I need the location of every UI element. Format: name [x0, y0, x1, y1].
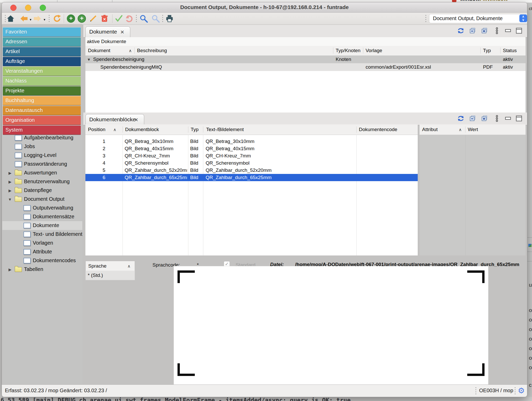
forward-icon[interactable] — [33, 14, 42, 23]
settings-gear-icon[interactable]: ⚙ — [518, 386, 525, 395]
expanded-arrow-icon[interactable]: ▼ — [8, 197, 12, 202]
add-icon[interactable]: + — [67, 14, 75, 23]
back-dropdown-icon[interactable]: ▼ — [29, 18, 32, 21]
toolbar-grip[interactable] — [162, 15, 163, 22]
table-row[interactable]: 4 QR_Scherensymbol Bild QR_Scherensymbol — [85, 159, 418, 167]
refresh-panel-icon[interactable] — [457, 27, 464, 34]
toolbar-grip[interactable] — [5, 15, 6, 22]
collapse-all-icon[interactable] — [469, 27, 476, 34]
tree-item-auswertungen[interactable]: ▶Auswertungen — [2, 169, 82, 177]
tree-item-jobs[interactable]: Jobs — [2, 142, 82, 151]
search-icon[interactable] — [140, 14, 148, 23]
col-beschreibung[interactable]: Beschreibung — [137, 48, 167, 53]
close-tab-icon[interactable]: ✕ — [134, 117, 138, 123]
tree-item-aufgabenbearbeitung[interactable]: Aufgabenbearbeitung — [2, 133, 82, 142]
collapsed-arrow-icon[interactable]: ▶ — [9, 171, 12, 175]
refresh-panel-icon[interactable] — [457, 115, 464, 122]
forward-dropdown-icon[interactable]: ▼ — [43, 18, 46, 21]
collapse-all-icon[interactable] — [469, 115, 476, 122]
minimize-panel-icon[interactable] — [505, 27, 512, 34]
tab-dokumente[interactable]: Dokumente ✕ — [85, 26, 130, 37]
sidebar-module-adressen[interactable]: Adressen — [3, 37, 81, 46]
kebab-menu-icon[interactable] — [494, 115, 500, 122]
tree-item-dokumente[interactable]: Dokumente — [2, 221, 82, 230]
search-advanced-icon[interactable] — [151, 14, 160, 23]
col-wert[interactable]: Wert — [468, 127, 478, 132]
sidebar-module-organisation[interactable]: Organisation — [3, 116, 81, 125]
col-text-bildelement[interactable]: Text-/Bildelement — [206, 127, 244, 132]
sort-asc-icon: ∧ — [127, 264, 131, 269]
table-row-selected[interactable]: 6 QR_Zahlbar_durch_65x25mm Bild QR_Zahlb… — [85, 174, 418, 181]
tree-item-dokumentencodes[interactable]: Dokumentencodes — [2, 256, 82, 265]
expand-all-icon[interactable] — [481, 27, 488, 34]
col-typ[interactable]: Typ — [191, 127, 199, 132]
sidebar-module-artikel[interactable]: Artikel — [3, 47, 81, 56]
edit-pencil-icon[interactable] — [89, 14, 97, 23]
document-icon — [23, 231, 31, 237]
col-position[interactable]: Position — [88, 127, 106, 132]
table-row[interactable]: 2 QR_Betrag_40x15mm Bild QR_Betrag_40x15… — [85, 145, 418, 152]
back-icon[interactable] — [20, 14, 28, 23]
sidebar-module-datenaustausch[interactable]: Datenaustausch — [3, 106, 81, 115]
undo-icon[interactable] — [125, 14, 133, 23]
table-row[interactable]: 5 QR_Zahlbar_durch_52x20mm Bild QR_Zahlb… — [85, 167, 418, 174]
tree-item-document-output[interactable]: ▼Document Output — [2, 195, 82, 204]
sidebar-module-nachlass[interactable]: Nachlass — [3, 76, 81, 86]
table-row[interactable]: ▼ Spendenbescheinigung Knoten aktiv — [85, 55, 526, 63]
titlebar[interactable]: Document Output, Dokumente - h-10-67@192… — [2, 2, 527, 13]
col-typ[interactable]: Typ — [483, 48, 491, 53]
collapsed-arrow-icon[interactable]: ▶ — [9, 180, 12, 184]
tree-item-text-und-bildelemente[interactable]: Text- und Bildelemente — [2, 230, 82, 239]
home-icon[interactable] — [6, 14, 15, 23]
screenshot-root: window. MWindow ct u o o o o o o o c 6.5… — [0, 0, 532, 401]
expand-all-icon[interactable] — [481, 115, 488, 122]
toolbar-grip[interactable] — [425, 15, 426, 22]
col-typ-knoten[interactable]: Typ/Knoten — [336, 48, 360, 53]
sidebar-module-auftraege[interactable]: Aufträge — [3, 57, 81, 66]
tree-item-logging-level[interactable]: Logging-Level — [2, 151, 82, 160]
sidebar-module-veranstaltungen[interactable]: Veranstaltungen — [3, 67, 81, 76]
table-row[interactable]: 1 QR_Betrag_30x10mm Bild QR_Betrag_30x10… — [85, 138, 418, 145]
tree-item-attribute[interactable]: Attribute — [2, 247, 82, 256]
tree-item-passwortaenderung[interactable]: Passwortänderung — [2, 160, 82, 169]
perspective-select[interactable]: Document Output, Dokumente ∧∨ — [429, 14, 527, 23]
refresh-icon[interactable] — [53, 14, 61, 23]
tree-item-datenpflege[interactable]: ▶Datenpflege — [2, 186, 82, 195]
col-dokumentblock[interactable]: Dokumentblock — [125, 127, 159, 132]
col-status[interactable]: Status — [503, 48, 517, 53]
add-special-icon[interactable]: + — [78, 14, 86, 23]
tab-dokumentenbloecke[interactable]: Dokumentenblöcke ✕ — [85, 114, 144, 125]
sidebar-module-projekte[interactable]: Projekte — [3, 86, 81, 95]
sprache-header[interactable]: Sprache ∧ — [85, 261, 135, 271]
sprache-row-std[interactable]: * (Std.) — [85, 271, 135, 280]
sidebar-module-buchhaltung[interactable]: Buchhaltung — [3, 96, 81, 105]
combo-stepper-icon[interactable]: ∧∨ — [519, 14, 527, 22]
tree-item-benutzerverwaltung[interactable]: ▶Benutzerverwaltung — [2, 177, 82, 186]
collapsed-arrow-icon[interactable]: ▶ — [9, 267, 12, 272]
table-row[interactable]: 3 QR_CH-Kreuz_7mm Bild QR_CH-Kreuz_7mm — [85, 152, 418, 159]
expanded-arrow-icon[interactable]: ▼ — [87, 57, 91, 62]
statusbar-grip[interactable] — [515, 387, 515, 395]
tree-item-outputverwaltung[interactable]: Outputverwaltung — [2, 204, 82, 212]
maximize-panel-icon[interactable] — [516, 115, 522, 122]
col-attribut[interactable]: Attribut — [422, 127, 438, 132]
col-vorlage[interactable]: Vorlage — [366, 48, 382, 53]
tree-item-tabellen[interactable]: ▶Tabellen — [2, 265, 82, 274]
toolbar-grip[interactable] — [136, 15, 137, 22]
minimize-panel-icon[interactable] — [505, 115, 512, 122]
statusbar-grip[interactable] — [475, 387, 476, 395]
confirm-check-icon[interactable] — [115, 14, 123, 23]
kebab-menu-icon[interactable] — [494, 27, 500, 34]
tree-item-dokumentensaetze[interactable]: Dokumentensätze — [2, 212, 82, 221]
tree-item-vorlagen[interactable]: Vorlagen — [2, 239, 82, 247]
maximize-panel-icon[interactable] — [516, 27, 522, 34]
col-dokumentencode[interactable]: Dokumentencode — [359, 127, 397, 132]
toolbar-grip[interactable] — [49, 15, 50, 22]
sidebar-module-favoriten[interactable]: Favoriten — [3, 27, 81, 37]
table-row[interactable]: SpendenbescheinigungMitQ common/adrExpor… — [85, 63, 526, 71]
collapsed-arrow-icon[interactable]: ▶ — [9, 188, 12, 193]
delete-trash-icon[interactable]: ✕ — [100, 14, 109, 23]
close-tab-icon[interactable]: ✕ — [120, 29, 124, 35]
print-icon[interactable] — [165, 14, 174, 23]
col-dokument[interactable]: Dokument — [88, 48, 110, 53]
